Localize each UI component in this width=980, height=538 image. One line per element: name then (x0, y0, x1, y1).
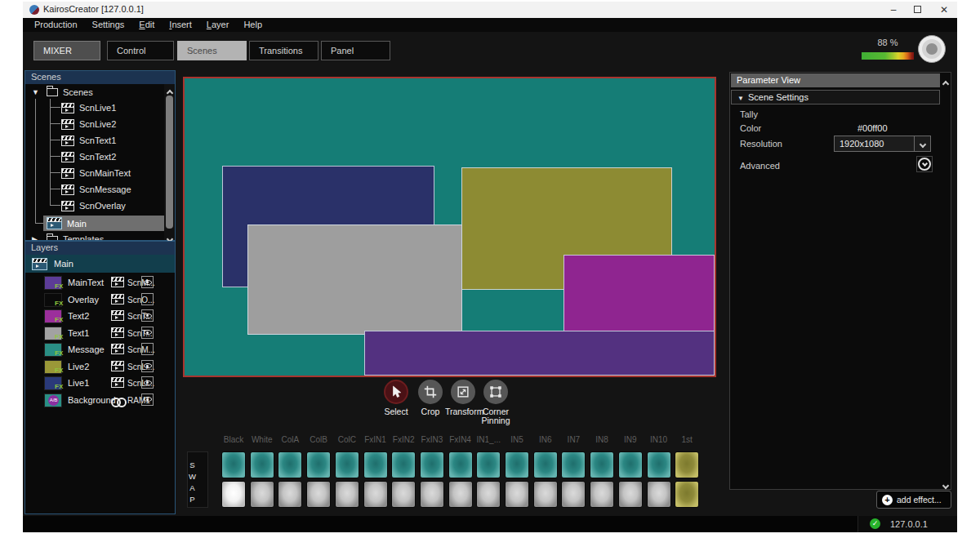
visibility-toggle[interactable] (141, 276, 154, 288)
active-scene-row[interactable]: Main (25, 255, 175, 273)
source-button-bus-b-in10[interactable] (647, 481, 671, 508)
source-button-bus-b-colc[interactable] (335, 481, 359, 508)
source-button-bus-b-cola[interactable] (278, 481, 302, 508)
tree-item-scnmaintext[interactable]: ScnMainText (25, 165, 164, 181)
source-button-bus-a-cola[interactable] (278, 451, 302, 478)
source-button-bus-a-in10[interactable] (647, 451, 671, 478)
viewport-rect-text1[interactable] (247, 225, 462, 335)
source-button-bus-a-colc[interactable] (335, 451, 359, 478)
source-button-bus-a-fxin2[interactable] (391, 451, 416, 478)
source-button-bus-b-fxin3[interactable] (420, 481, 444, 508)
layer-row-text1[interactable]: FXText1ScnT... (25, 326, 175, 341)
chevron-down-icon[interactable] (914, 136, 930, 151)
tab-transitions[interactable]: Transitions (249, 41, 318, 60)
source-button-bus-a-in9[interactable] (618, 451, 643, 478)
add-effect-button[interactable]: + add effect... (876, 491, 951, 509)
tree-folder-scenes[interactable]: ▼ Scenes (25, 84, 164, 100)
source-button-bus-a-in5[interactable] (505, 451, 529, 478)
source-button-bus-b-in5[interactable] (505, 481, 529, 508)
tree-item-scntext1[interactable]: ScnText1 (25, 132, 164, 149)
maximize-button[interactable] (914, 6, 921, 13)
scroll-down-icon[interactable] (940, 477, 951, 487)
layer-row-overlay[interactable]: FXOverlayScnO... (25, 292, 175, 308)
tree-item-scnlive2[interactable]: ScnLive2 (25, 116, 164, 132)
source-button-bus-a-fxin4[interactable] (448, 451, 473, 478)
visibility-toggle[interactable] (141, 360, 154, 372)
layer-row-message[interactable]: FXMessageScnM... (25, 342, 175, 358)
scenes-scrollbar[interactable] (164, 84, 175, 240)
menu-production[interactable]: Production (27, 18, 85, 32)
crop-tool-button[interactable] (418, 380, 443, 404)
tab-panel[interactable]: Panel (321, 41, 390, 60)
source-button-bus-a-white[interactable] (250, 451, 274, 478)
source-button-bus-a-in8[interactable] (590, 451, 614, 478)
swap-button[interactable]: SWAP (187, 451, 208, 508)
source-button-bus-a-in1_...[interactable] (476, 451, 501, 478)
scroll-down-icon[interactable] (164, 230, 175, 240)
source-button-bus-b-fxin4[interactable] (448, 481, 473, 508)
scrollbar-thumb[interactable] (166, 96, 173, 229)
source-button-bus-b-fxin2[interactable] (391, 481, 416, 508)
tab-control[interactable]: Control (107, 41, 174, 60)
expander-down-icon[interactable]: ▼ (32, 88, 40, 96)
canvas-viewport[interactable] (183, 77, 716, 377)
scroll-up-icon[interactable] (940, 75, 951, 85)
layer-row-text2[interactable]: FXText2ScnT... (25, 309, 175, 324)
visibility-toggle[interactable] (141, 327, 154, 339)
source-button-bus-a-fxin1[interactable] (363, 451, 388, 478)
close-button[interactable]: ✕ (936, 2, 952, 18)
source-button-bus-b-in9[interactable] (618, 481, 643, 508)
tree-item-scnmessage[interactable]: ScnMessage (25, 181, 164, 198)
source-button-bus-a-fxin3[interactable] (420, 451, 444, 478)
tab-mixer[interactable]: MIXER (33, 41, 100, 60)
resolution-dropdown[interactable]: 1920x1080 (834, 136, 931, 152)
source-button-bus-a-black[interactable] (221, 451, 246, 478)
menu-layer[interactable]: Layer (199, 18, 237, 32)
source-button-bus-a-colb[interactable] (306, 451, 331, 478)
menu-insert[interactable]: Insert (162, 18, 199, 32)
menu-settings[interactable]: Settings (85, 18, 132, 32)
minimize-button[interactable]: – (885, 2, 902, 18)
source-button-bus-b-fxin1[interactable] (363, 481, 388, 508)
tree-item-scnlive1[interactable]: ScnLive1 (25, 100, 164, 116)
source-button-bus-a-1st[interactable] (675, 451, 699, 478)
source-button-bus-a-in7[interactable] (561, 451, 586, 478)
tree-item-scntext2[interactable]: ScnText2 (25, 149, 164, 165)
source-button-bus-b-in1_...[interactable] (476, 481, 501, 508)
source-button-bus-b-black[interactable] (221, 481, 246, 508)
select-tool-button[interactable] (384, 380, 408, 404)
monitor-button[interactable] (918, 35, 946, 63)
layer-row-live1[interactable]: FXLive1ScnLi... (25, 376, 175, 391)
tab-scenes[interactable]: Scenes (177, 41, 247, 60)
tree-item-label: ScnMainText (79, 168, 131, 178)
transform-tool-button[interactable] (451, 380, 475, 404)
scene-settings-section[interactable]: ▼Scene Settings (731, 90, 940, 104)
source-button-bus-a-in6[interactable] (533, 451, 558, 478)
visibility-toggle[interactable] (141, 343, 154, 355)
layer-row-maintext[interactable]: FXMainTextScnM... (25, 275, 175, 291)
source-button-bus-b-in8[interactable] (590, 481, 614, 508)
tree-item-main-selected[interactable]: Main (43, 216, 164, 231)
expander-right-icon[interactable]: ▶ (32, 235, 40, 240)
visibility-toggle[interactable] (141, 393, 154, 406)
menu-edit[interactable]: Edit (131, 18, 162, 32)
source-button-bus-b-white[interactable] (250, 481, 274, 508)
source-button-bus-b-1st[interactable] (675, 481, 699, 508)
source-button-bus-b-in7[interactable] (561, 481, 586, 508)
menu-help[interactable]: Help (236, 18, 270, 32)
visibility-toggle[interactable] (141, 293, 154, 305)
color-swatch[interactable] (898, 122, 931, 136)
tree-item-scnoverlay[interactable]: ScnOverlay (25, 198, 164, 214)
advanced-expand-button[interactable] (916, 156, 933, 172)
viewport-rect-maintext[interactable] (364, 331, 715, 376)
visibility-toggle[interactable] (141, 309, 154, 322)
visibility-toggle[interactable] (141, 376, 154, 389)
corner-pinning-tool-button[interactable] (483, 380, 508, 404)
tree-folder-templates[interactable]: ▶ Templates (25, 231, 164, 240)
layer-color-swatch[interactable]: A/B (44, 393, 62, 407)
layer-row-background[interactable]: A/BBackgroundRAM1 (25, 393, 175, 408)
layer-row-live2[interactable]: FXLive2ScnLi... (25, 359, 175, 375)
source-button-bus-b-colb[interactable] (306, 481, 331, 508)
scroll-up-icon[interactable] (164, 84, 175, 94)
source-button-bus-b-in6[interactable] (533, 481, 558, 508)
